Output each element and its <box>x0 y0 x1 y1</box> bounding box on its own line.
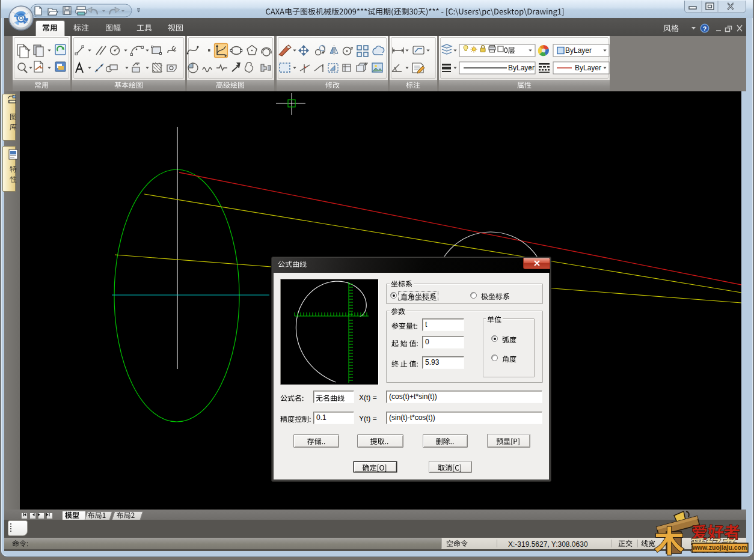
svg-text:?: ? <box>703 25 706 32</box>
